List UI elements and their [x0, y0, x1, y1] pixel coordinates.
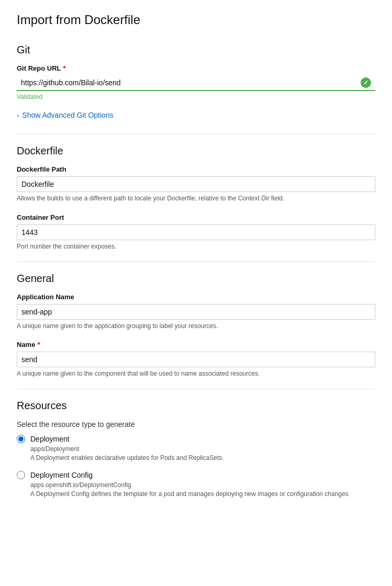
git-section-heading: Git	[17, 44, 375, 56]
dockerfile-section-heading: Dockerfile	[17, 145, 375, 157]
validation-check-icon	[361, 77, 371, 88]
general-section-heading: General	[17, 273, 375, 285]
advanced-git-options-label: Show Advanced Git Options	[22, 111, 113, 119]
deployment-radio-label[interactable]: Deployment	[30, 435, 70, 443]
resources-section: Resources Select the resource type to ge…	[17, 389, 375, 499]
deployment-radio-input[interactable]	[17, 435, 25, 443]
app-name-label: Application Name	[17, 293, 375, 301]
container-port-label: Container Port	[17, 213, 375, 221]
deployment-radio-sub: apps/Deployment A Deployment enables dec…	[17, 445, 375, 463]
resource-type-radio-group: Deployment apps/Deployment A Deployment …	[17, 435, 375, 499]
deploymentconfig-radio-item: Deployment Config apps.openshift.io/Depl…	[17, 471, 375, 499]
git-repo-url-field: Git Repo URL * Validated	[17, 64, 375, 100]
required-indicator: *	[63, 64, 66, 72]
deployment-radio-header: Deployment	[17, 435, 375, 443]
container-port-input-wrapper	[17, 224, 375, 240]
container-port-input[interactable]	[17, 224, 375, 240]
deploymentconfig-radio-header: Deployment Config	[17, 471, 375, 479]
dockerfile-path-hint: Allows the builds to use a different pat…	[17, 194, 375, 203]
app-name-input[interactable]	[17, 304, 375, 320]
page-title: Import from Dockerfile	[17, 13, 375, 27]
name-required-indicator: *	[37, 341, 40, 348]
deployment-api-text: apps/Deployment	[30, 445, 375, 453]
chevron-right-icon: ›	[17, 111, 19, 119]
dockerfile-path-input-wrapper	[17, 176, 375, 192]
name-label: Name *	[17, 341, 375, 348]
general-section: General Application Name A unique name g…	[17, 262, 375, 379]
name-field: Name * A unique name given to the compon…	[17, 341, 375, 378]
deployment-radio-item: Deployment apps/Deployment A Deployment …	[17, 435, 375, 463]
deployment-description: A Deployment enables declarative updates…	[30, 454, 375, 463]
deploymentconfig-radio-input[interactable]	[17, 471, 25, 479]
app-name-input-wrapper	[17, 304, 375, 320]
name-input[interactable]	[17, 352, 375, 367]
resources-select-label: Select the resource type to generate	[17, 420, 375, 429]
app-name-field: Application Name A unique name given to …	[17, 293, 375, 331]
deploymentconfig-radio-label[interactable]: Deployment Config	[30, 471, 93, 479]
container-port-field: Container Port Port number the container…	[17, 213, 375, 251]
git-section: Git Git Repo URL * Validated › Show Adva…	[17, 44, 375, 119]
dockerfile-path-field: Dockerfile Path Allows the builds to use…	[17, 165, 375, 203]
git-repo-url-input[interactable]	[17, 75, 375, 90]
app-name-hint: A unique name given to the application g…	[17, 322, 375, 331]
dockerfile-path-input[interactable]	[17, 176, 375, 192]
git-repo-url-label: Git Repo URL *	[17, 64, 375, 72]
container-port-hint: Port number the container exposes.	[17, 242, 375, 251]
deploymentconfig-radio-sub: apps.openshift.io/DeploymentConfig A Dep…	[17, 481, 375, 499]
dockerfile-path-label: Dockerfile Path	[17, 165, 375, 173]
name-input-wrapper	[17, 352, 375, 367]
deploymentconfig-description: A Deployment Config defines the template…	[30, 490, 375, 499]
deploymentconfig-api-text: apps.openshift.io/DeploymentConfig	[30, 481, 375, 489]
resources-section-heading: Resources	[17, 400, 375, 412]
advanced-git-options-toggle[interactable]: › Show Advanced Git Options	[17, 111, 375, 119]
git-repo-url-input-wrapper	[17, 75, 375, 91]
validated-text: Validated	[17, 93, 375, 100]
name-hint: A unique name given to the component tha…	[17, 369, 375, 378]
dockerfile-section: Dockerfile Dockerfile Path Allows the bu…	[17, 134, 375, 251]
